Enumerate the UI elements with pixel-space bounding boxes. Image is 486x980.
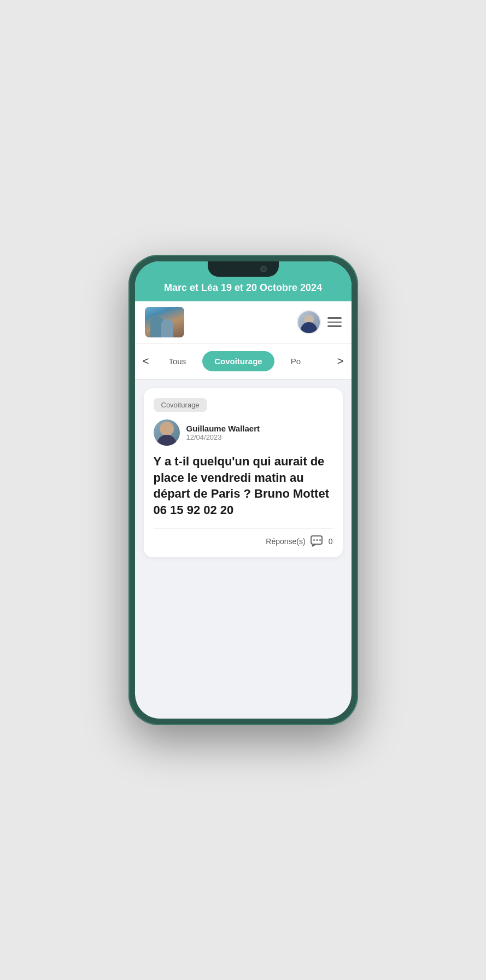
tab-tous[interactable]: Tous — [157, 351, 198, 371]
tab-po[interactable]: Po — [279, 351, 313, 371]
svg-rect-1 — [313, 539, 315, 541]
post-category-badge: Covoiturage — [154, 398, 207, 412]
hamburger-menu-button[interactable] — [327, 317, 342, 327]
replies-count: 0 — [329, 537, 333, 546]
post-footer: Réponse(s) 0 — [154, 528, 333, 547]
tab-covoiturage[interactable]: Covoiturage — [202, 351, 274, 371]
notch — [208, 261, 279, 277]
couple-photo[interactable] — [145, 307, 184, 337]
tab-list: Tous Covoiturage Po — [157, 351, 330, 371]
tab-navigation: < Tous Covoiturage Po > — [135, 343, 352, 380]
author-info: Guillaume Wallaert 12/04/2023 — [186, 424, 260, 441]
author-name: Guillaume Wallaert — [186, 424, 260, 433]
camera-notch — [260, 266, 267, 272]
content-area: Covoiturage Guillaume Wallaert 12/04/202… — [135, 380, 352, 719]
tab-left-arrow[interactable]: < — [135, 355, 157, 368]
phone-screen: Marc et Léa 19 et 20 Octobre 2024 < Tous… — [135, 261, 352, 719]
svg-rect-3 — [319, 539, 321, 541]
nav-right — [297, 310, 342, 334]
hamburger-line-3 — [327, 325, 342, 327]
hamburger-line-1 — [327, 317, 342, 319]
post-card: Covoiturage Guillaume Wallaert 12/04/202… — [144, 388, 343, 557]
author-avatar — [154, 419, 180, 446]
hamburger-line-2 — [327, 322, 342, 323]
app-title: Marc et Léa 19 et 20 Octobre 2024 — [164, 282, 322, 293]
replies-label: Réponse(s) — [266, 537, 305, 546]
user-avatar[interactable] — [297, 310, 321, 334]
nav-bar — [135, 301, 352, 343]
tab-right-arrow[interactable]: > — [330, 355, 352, 368]
post-body: Y a t-il quelqu'un qui aurait de place l… — [154, 453, 333, 518]
post-date: 12/04/2023 — [186, 433, 260, 441]
post-author-row: Guillaume Wallaert 12/04/2023 — [154, 419, 333, 446]
chat-bubble-icon — [310, 535, 324, 547]
svg-rect-2 — [316, 539, 318, 541]
phone-frame: Marc et Léa 19 et 20 Octobre 2024 < Tous… — [128, 255, 358, 725]
